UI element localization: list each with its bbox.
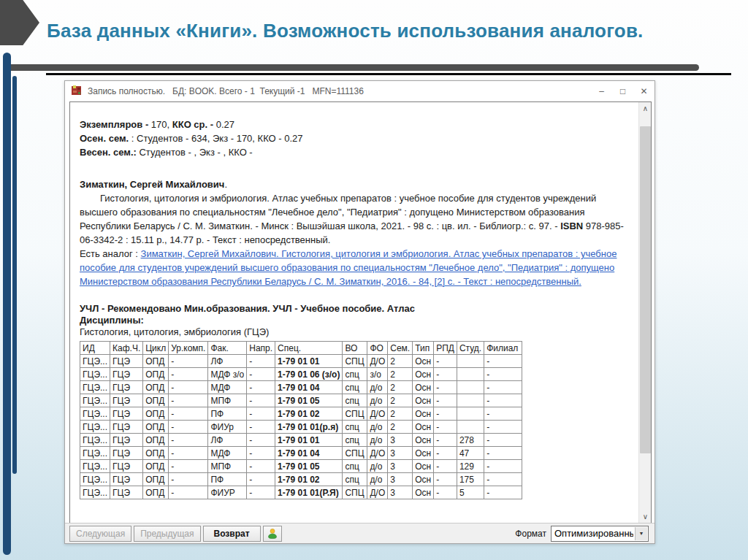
table-cell: СПЦ (343, 355, 367, 368)
table-cell: - (169, 486, 208, 499)
table-cell: 3 (388, 434, 413, 447)
table-cell: д/о (367, 421, 388, 434)
table-cell: ГЦЭ (110, 381, 143, 394)
accent-bar-thick (3, 53, 11, 555)
table-cell: Осн (413, 355, 434, 368)
table-cell: ОПД (143, 381, 169, 394)
table-cell: - (247, 355, 275, 368)
table-cell: - (484, 381, 522, 394)
table-cell: - (434, 460, 457, 473)
scrollbar-thumb[interactable] (640, 126, 651, 453)
table-cell: ОПД (143, 355, 169, 368)
divider-gray-bar (7, 64, 699, 71)
table-cell (457, 368, 484, 381)
table-cell: 1-79 01 04 (275, 447, 343, 460)
table-cell: МПФ (208, 460, 247, 473)
table-cell: ГЦЭ... (80, 421, 110, 434)
table-cell: - (247, 381, 275, 394)
table-cell: - (484, 421, 522, 434)
table-cell: ГЦЭ (110, 368, 143, 381)
table-row: ГЦЭ...ГЦЭОПД-МДФ-1-79 01 04спцд/о2Осн-- (80, 381, 522, 394)
table-cell: 3 (388, 473, 413, 486)
slide-background: База данных «Книги». Возможность использ… (0, 0, 748, 560)
table-cell: 3 (388, 486, 413, 499)
table-header-row: ИДКаф.Ч.ЦиклУр.комп.Фак.Напр.Спец.ВОФОСе… (80, 342, 522, 355)
table-cell: ГЦЭ... (80, 381, 110, 394)
table-cell: Осн (413, 447, 434, 460)
close-button[interactable]: ✕ (633, 81, 654, 101)
table-cell: ОПД (143, 434, 169, 447)
table-cell: - (247, 486, 275, 499)
record-window: Запись полностью. БД: BOOK. Всего - 1 Те… (64, 80, 655, 544)
table-cell: 5 (457, 486, 484, 499)
table-cell: СПЦ (343, 407, 367, 421)
table-row: ГЦЭ...ГЦЭОПД-МПФ-1-79 01 05спцд/о3Осн-12… (80, 460, 522, 473)
table-cell: ОПД (143, 407, 169, 421)
table-cell (457, 355, 484, 368)
table-cell: ГЦЭ... (80, 473, 110, 486)
disciplines-label: Дисциплины: (80, 315, 630, 326)
column-header: ИД (80, 342, 110, 355)
scroll-up-button[interactable]: ∧ (639, 102, 652, 115)
table-cell: Осн (413, 460, 434, 473)
table-cell: 1-79 01 05 (275, 394, 343, 407)
format-dropdown[interactable]: Оптимизированный ▼ (551, 526, 649, 542)
table-row: ГЦЭ...ГЦЭОПД-ФИУр-1-79 01 01(р.я)спцд/о2… (80, 421, 522, 434)
next-record-button[interactable]: Следующая (69, 526, 131, 542)
table-cell: МДФ (208, 447, 247, 460)
table-cell (457, 421, 484, 434)
table-cell: ОПД (143, 473, 169, 486)
analog-record-link[interactable]: Зиматкин, Сергей Михайлович. Гистология,… (80, 248, 617, 287)
table-cell: 1-79 01 02 (275, 407, 343, 421)
column-header: Цикл (143, 342, 169, 355)
table-cell: ГЦЭ (110, 447, 143, 460)
table-cell: спц (343, 394, 367, 407)
table-cell: Осн (413, 486, 434, 499)
classification-block: УЧЛ - Рекомендовано Мин.образования. УЧЛ… (80, 303, 630, 338)
table-cell: - (247, 407, 275, 421)
table-cell: 3 (388, 460, 413, 473)
table-cell: - (247, 473, 275, 486)
format-selected-value: Оптимизированный (552, 528, 633, 539)
table-cell: 1-79 01 02 (275, 473, 343, 486)
table-cell: ФИУР (208, 486, 247, 499)
minimize-icon: – (599, 86, 604, 96)
table-cell: - (484, 368, 522, 381)
table-cell: д/о (367, 434, 388, 447)
table-cell: - (484, 394, 522, 407)
table-cell: 278 (457, 434, 484, 447)
table-cell: - (434, 394, 457, 407)
return-button[interactable]: Возврат (203, 526, 261, 542)
format-label: Формат (515, 529, 546, 539)
window-titlebar[interactable]: Запись полностью. БД: BOOK. Всего - 1 Те… (65, 81, 654, 101)
table-cell: ГЦЭ (110, 473, 143, 486)
table-cell: - (169, 407, 208, 421)
table-cell: ГЦЭ (110, 394, 143, 407)
description-paragraph: Гистология, цитология и эмбриология. Атл… (80, 191, 630, 247)
table-cell: ГЦЭ... (80, 407, 110, 421)
maximize-icon: □ (620, 86, 625, 96)
table-cell: спц (343, 434, 367, 447)
table-cell: 47 (457, 447, 484, 460)
table-cell: 2 (388, 355, 413, 368)
reader-button[interactable] (263, 526, 282, 542)
vertical-scrollbar[interactable]: ∧ ∨ (638, 102, 651, 523)
minimize-button[interactable]: – (591, 81, 612, 101)
autumn-semester-line: Осен. сем. : Студентов - 634, Экз - 170,… (80, 131, 630, 145)
table-cell: ОПД (143, 460, 169, 473)
footer-toolbar: Следующая Предыдущая Возврат Формат Опти… (65, 523, 654, 543)
table-cell: 2 (388, 381, 413, 394)
table-cell: 175 (457, 473, 484, 486)
table-cell: Осн (413, 368, 434, 381)
table-cell: СПЦ (343, 486, 367, 499)
table-cell: Осн (413, 473, 434, 486)
window-controls: – □ ✕ (591, 81, 654, 101)
table-cell (457, 394, 484, 407)
disciplines-value: Гистология, цитология, эмбриология (ГЦЭ) (80, 326, 630, 338)
table-cell: - (434, 381, 457, 394)
previous-record-button[interactable]: Предыдущая (134, 526, 200, 542)
accent-bar-thin (12, 76, 17, 474)
maximize-button[interactable]: □ (612, 81, 633, 101)
scroll-down-button[interactable]: ∨ (639, 510, 652, 523)
table-cell: ГЦЭ (110, 407, 143, 421)
